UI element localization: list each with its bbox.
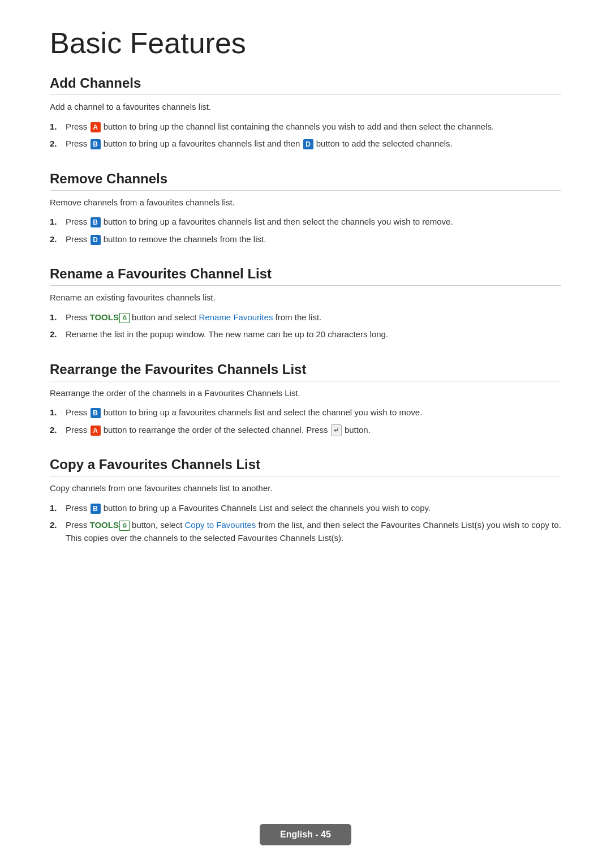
step-item: 1.Press B button to bring up a favourite…: [50, 216, 561, 229]
section-desc-remove-channels: Remove channels from a favourites channe…: [50, 196, 561, 209]
button-d-icon: D: [91, 235, 101, 245]
button-b-icon: B: [91, 408, 101, 418]
button-a-icon: A: [91, 426, 101, 436]
steps-list-rename-favourites: 1.Press TOOLS⎙ button and select Rename …: [50, 311, 561, 341]
section-title-copy-favourites: Copy a Favourites Channels List: [50, 457, 561, 476]
section-title-add-channels: Add Channels: [50, 75, 561, 95]
steps-list-add-channels: 1.Press A button to bring up the channel…: [50, 121, 561, 151]
rename-favourites-link: Rename Favourites: [199, 312, 273, 322]
section-desc-copy-favourites: Copy channels from one favourites channe…: [50, 482, 561, 495]
step-text: Press D button to remove the channels fr…: [66, 233, 561, 246]
tools-link: TOOLS: [90, 520, 119, 530]
step-text: Press A button to bring up the channel l…: [66, 121, 561, 134]
footer-badge: English - 45: [260, 824, 351, 845]
section-title-rename-favourites: Rename a Favourites Channel List: [50, 266, 561, 286]
button-a-icon: A: [91, 122, 101, 132]
step-text: Press B button to bring up a favourites …: [66, 137, 561, 151]
step-item: 2.Press D button to remove the channels …: [50, 233, 561, 246]
step-text: Press B button to bring up a favourites …: [66, 406, 561, 419]
copy-to-favourites-link: Copy to Favourites: [184, 520, 256, 530]
button-d-icon: D: [303, 139, 313, 149]
step-number: 1.: [50, 216, 66, 229]
steps-list-remove-channels: 1.Press B button to bring up a favourite…: [50, 216, 561, 246]
steps-list-copy-favourites: 1.Press B button to bring up a Favourite…: [50, 502, 561, 545]
section-desc-rename-favourites: Rename an existing favourites channels l…: [50, 291, 561, 304]
step-number: 2.: [50, 328, 66, 341]
step-number: 2.: [50, 424, 66, 437]
page-title: Basic Features: [50, 27, 561, 59]
step-item: 2.Press TOOLS⎙ button, select Copy to Fa…: [50, 519, 561, 544]
step-text: Rename the list in the popup window. The…: [66, 328, 561, 341]
steps-list-rearrange-favourites: 1.Press B button to bring up a favourite…: [50, 406, 561, 436]
step-number: 1.: [50, 502, 66, 515]
section-add-channels: Add ChannelsAdd a channel to a favourite…: [50, 75, 561, 151]
button-b-icon: B: [91, 504, 101, 514]
step-number: 2.: [50, 519, 66, 532]
step-number: 1.: [50, 121, 66, 134]
footer: English - 45: [0, 824, 611, 845]
step-text: Press TOOLS⎙ button and select Rename Fa…: [66, 311, 561, 324]
page-container: Basic Features Add ChannelsAdd a channel…: [0, 0, 611, 610]
step-item: 1.Press B button to bring up a Favourite…: [50, 502, 561, 515]
section-copy-favourites: Copy a Favourites Channels ListCopy chan…: [50, 457, 561, 544]
sections-container: Add ChannelsAdd a channel to a favourite…: [50, 75, 561, 544]
step-text: Press TOOLS⎙ button, select Copy to Favo…: [66, 519, 561, 544]
step-number: 2.: [50, 137, 66, 151]
section-desc-rearrange-favourites: Rearrange the order of the channels in a…: [50, 387, 561, 400]
step-item: 2.Press A button to rearrange the order …: [50, 424, 561, 437]
step-item: 1.Press B button to bring up a favourite…: [50, 406, 561, 419]
tools-icon: ⎙: [119, 313, 130, 323]
section-rearrange-favourites: Rearrange the Favourites Channels ListRe…: [50, 362, 561, 437]
section-title-remove-channels: Remove Channels: [50, 171, 561, 191]
step-number: 1.: [50, 406, 66, 419]
step-item: 1.Press A button to bring up the channel…: [50, 121, 561, 134]
tools-link: TOOLS: [90, 312, 119, 322]
section-remove-channels: Remove ChannelsRemove channels from a fa…: [50, 171, 561, 246]
step-item: 1.Press TOOLS⎙ button and select Rename …: [50, 311, 561, 324]
section-desc-add-channels: Add a channel to a favourites channels l…: [50, 101, 561, 114]
step-item: 2.Press B button to bring up a favourite…: [50, 137, 561, 151]
button-b-icon: B: [91, 217, 101, 227]
step-item: 2.Rename the list in the popup window. T…: [50, 328, 561, 341]
button-b-icon: B: [91, 139, 101, 149]
section-rename-favourites: Rename a Favourites Channel ListRename a…: [50, 266, 561, 341]
step-number: 1.: [50, 311, 66, 324]
section-title-rearrange-favourites: Rearrange the Favourites Channels List: [50, 362, 561, 381]
tools-icon: ⎙: [119, 521, 130, 531]
enter-button-icon: ↵: [331, 424, 342, 436]
step-text: Press B button to bring up a Favourites …: [66, 502, 561, 515]
step-text: Press A button to rearrange the order of…: [66, 424, 561, 437]
step-number: 2.: [50, 233, 66, 246]
step-text: Press B button to bring up a favourites …: [66, 216, 561, 229]
